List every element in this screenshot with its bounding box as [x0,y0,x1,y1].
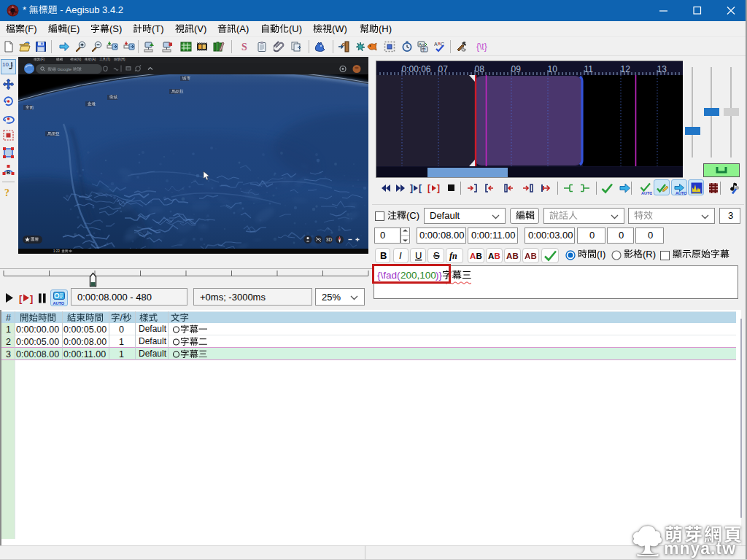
svg-text:0:00:11.00: 0:00:11.00 [63,349,106,359]
svg-text:B: B [513,252,519,260]
svg-text:(V): (V) [77,58,82,61]
svg-text:2: 2 [6,337,11,347]
svg-text:- Aegisub 3.4.2: - Aegisub 3.4.2 [58,4,123,15]
svg-text:An: An [419,42,424,47]
svg-text:0:00:08.00: 0:00:08.00 [63,337,107,347]
svg-text:0: 0 [648,230,653,241]
svg-text:#: # [6,313,11,323]
svg-text:Google: Google [56,67,73,71]
svg-text:U: U [415,250,422,261]
svg-text:]: ] [30,293,33,304]
svg-text:(T): (T) [152,23,164,34]
svg-text:1:23: 1:23 [53,249,61,253]
svg-text:(A): (A) [236,23,249,34]
svg-text:0:00:03.00: 0:00:03.00 [528,230,573,241]
svg-text:{\t}: {\t} [476,42,487,52]
svg-text:0: 0 [380,230,385,241]
svg-text:(E): (E) [67,23,80,34]
svg-text:AUTO: AUTO [641,191,652,195]
svg-text:A: A [506,252,512,260]
svg-text:馬尼拉: 馬尼拉 [171,89,184,93]
svg-text:明(H): 明(H) [117,58,125,61]
svg-text:金邊: 金邊 [88,101,96,106]
svg-text:[: [ [427,183,430,193]
svg-text:12: 12 [621,64,631,74]
svg-text:馬里亞: 馬里亞 [47,131,60,136]
svg-text:(R): (R) [643,249,656,260]
svg-text:A: A [525,252,530,260]
svg-text:(W): (W) [332,23,347,34]
svg-text:]: ] [410,183,413,193]
svg-text:*: * [23,4,29,15]
svg-text:10: 10 [548,64,558,74]
svg-text::: : [68,249,69,253]
svg-text:3: 3 [728,210,733,221]
svg-text:3D: 3D [326,237,333,242]
svg-text:0:00:05.00: 0:00:05.00 [63,324,107,335]
svg-text:13: 13 [657,64,667,74]
svg-text:[: [ [19,293,23,304]
svg-text:0:00:00.00: 0:00:00.00 [16,324,59,335]
svg-text:AUTO: AUTO [53,301,65,306]
svg-text:1: 1 [6,324,11,335]
svg-text:0:00:08.00: 0:00:08.00 [16,349,59,359]
svg-text:09: 09 [511,64,522,74]
svg-text:0:00:05.00: 0:00:05.00 [16,337,59,347]
svg-text:AUTO: AUTO [676,191,686,195]
svg-text:全面: 全面 [26,105,34,110]
svg-text:0: 0 [619,230,624,241]
svg-text:0:00:11.00: 0:00:11.00 [471,230,515,241]
svg-text:1: 1 [119,349,124,359]
svg-text:10.1: 10.1 [2,61,14,68]
svg-text:S: S [433,250,440,261]
svg-text:0: 0 [589,230,595,241]
svg-text:(F): (F) [25,23,37,34]
svg-text:(I): (I) [597,249,605,260]
svg-text:25%: 25% [322,292,341,303]
svg-text:I: I [399,250,402,261]
svg-text:S: S [241,42,247,52]
svg-text:Default: Default [139,336,167,346]
svg-text:11: 11 [584,64,594,74]
svg-text:Default: Default [430,210,460,221]
svg-text:(F): (F) [40,58,44,61]
svg-text:城市: 城市 [182,76,191,80]
svg-text:(U): (U) [289,23,302,34]
svg-text:08: 08 [475,64,485,74]
svg-text:fn: fn [449,251,457,261]
svg-text:B: B [495,252,500,260]
svg-text:B: B [531,252,537,260]
svg-text:0: 0 [119,324,124,335]
svg-text:?: ? [4,187,9,198]
svg-text:Default: Default [139,349,167,359]
svg-text:工具(T): 工具(T) [99,57,111,61]
svg-text:+0ms; -3000ms: +0ms; -3000ms [200,292,266,303]
svg-text:B: B [380,250,387,261]
svg-text:(V): (V) [194,23,206,34]
svg-text:3: 3 [6,349,11,359]
svg-text:A: A [470,252,476,260]
svg-text:0:00:08.00: 0:00:08.00 [419,230,464,241]
svg-text:/: / [120,313,123,323]
svg-text:B: B [476,252,482,260]
svg-text:]: ] [437,183,440,193]
svg-text:0:00:08.000 - 480: 0:00:08.000 - 480 [77,292,152,303]
svg-text:A: A [488,252,494,260]
svg-text:(H): (H) [379,23,392,34]
svg-text:B: B [7,170,10,175]
svg-text:1: 1 [119,337,124,347]
svg-text:mnya.tw: mnya.tw [664,541,736,558]
svg-text:[: [ [419,183,422,193]
svg-text:(S): (S) [109,23,122,34]
svg-text:(A): (A) [91,58,96,61]
svg-text:中: 中 [422,47,426,52]
svg-text:(C): (C) [406,210,419,221]
svg-text:07: 07 [438,64,449,74]
svg-text:0:00:06: 0:00:06 [402,64,431,74]
svg-text:城: 城 [113,95,118,99]
svg-text:Default: Default [139,324,167,334]
